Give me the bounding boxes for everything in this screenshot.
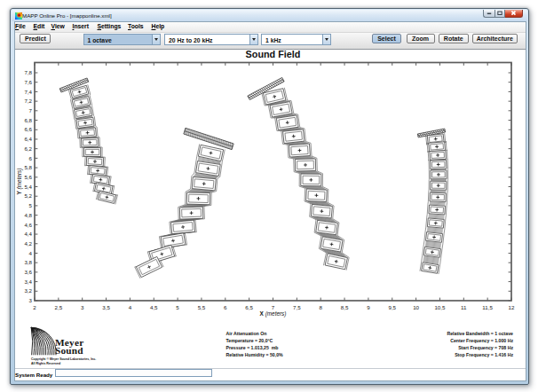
svg-text:6: 6 [29, 155, 33, 161]
svg-text:5,6: 5,6 [24, 174, 32, 180]
svg-text:11,5: 11,5 [482, 304, 493, 310]
svg-text:6: 6 [224, 304, 227, 310]
svg-text:9: 9 [367, 304, 370, 310]
svg-text:10: 10 [413, 304, 419, 310]
svg-text:6,6: 6,6 [24, 126, 32, 132]
svg-text:7,2: 7,2 [24, 98, 32, 104]
svg-text:4,8: 4,8 [24, 212, 32, 218]
svg-text:9,5: 9,5 [388, 304, 396, 310]
svg-text:4,2: 4,2 [24, 240, 32, 247]
svg-text:4,4: 4,4 [24, 231, 32, 237]
svg-text:10,5: 10,5 [434, 304, 446, 310]
svg-text:5: 5 [176, 304, 179, 310]
svg-text:3,2: 3,2 [24, 287, 32, 294]
svg-text:4,5: 4,5 [150, 304, 158, 310]
svg-text:3: 3 [29, 297, 33, 303]
svg-text:5: 5 [29, 202, 33, 208]
svg-text:5,5: 5,5 [198, 304, 206, 310]
svg-text:8: 8 [319, 304, 322, 310]
svg-text:3: 3 [81, 304, 84, 310]
svg-text:7: 7 [272, 304, 275, 310]
svg-text:3,5: 3,5 [102, 304, 110, 310]
svg-text:7: 7 [29, 107, 33, 114]
svg-text:X (meters): X (meters) [260, 310, 287, 318]
svg-text:7,6: 7,6 [24, 79, 32, 85]
svg-text:7,5: 7,5 [293, 304, 301, 310]
svg-text:11: 11 [461, 304, 467, 310]
svg-text:4: 4 [29, 250, 33, 256]
svg-text:12: 12 [509, 304, 515, 310]
svg-text:5,2: 5,2 [24, 192, 32, 199]
svg-text:5,8: 5,8 [24, 164, 32, 170]
svg-text:8,5: 8,5 [341, 304, 349, 310]
svg-text:4: 4 [129, 304, 132, 310]
svg-text:2: 2 [33, 304, 36, 310]
svg-text:Sound Field: Sound Field [246, 49, 301, 59]
svg-text:6,2: 6,2 [24, 145, 32, 152]
svg-text:6,4: 6,4 [24, 136, 32, 142]
svg-text:7,4: 7,4 [24, 89, 32, 95]
svg-text:3,8: 3,8 [24, 259, 32, 265]
svg-text:Y (meters): Y (meters) [16, 169, 23, 195]
svg-text:5,4: 5,4 [24, 184, 32, 190]
svg-text:6,8: 6,8 [24, 117, 32, 123]
svg-text:3,6: 3,6 [24, 269, 32, 275]
svg-text:7,8: 7,8 [24, 69, 32, 75]
svg-text:2,5: 2,5 [55, 304, 63, 310]
svg-text:3,4: 3,4 [24, 278, 32, 285]
svg-text:6,5: 6,5 [245, 304, 253, 310]
svg-text:4,6: 4,6 [24, 222, 32, 228]
